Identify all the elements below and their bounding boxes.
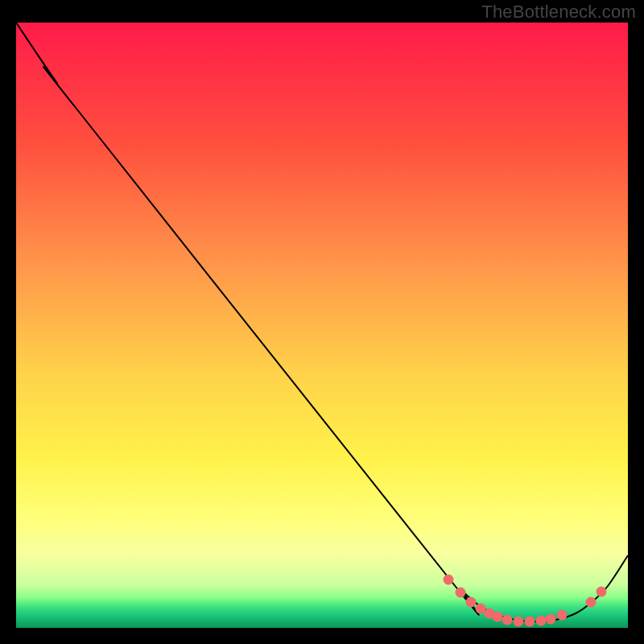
data-marker bbox=[502, 615, 513, 625]
data-marker bbox=[444, 575, 454, 585]
data-marker bbox=[557, 610, 568, 621]
chart-stage: TheBottleneck.com bbox=[0, 0, 644, 644]
data-marker bbox=[525, 617, 535, 627]
data-marker bbox=[493, 612, 503, 622]
data-marker bbox=[536, 616, 547, 626]
data-marker bbox=[456, 588, 466, 598]
plot-area bbox=[16, 23, 628, 628]
watermark-text: TheBottleneck.com bbox=[481, 2, 636, 23]
data-marker bbox=[476, 604, 486, 614]
data-marker bbox=[546, 614, 556, 625]
bottleneck-chart bbox=[0, 0, 644, 644]
data-marker bbox=[597, 587, 607, 597]
data-marker bbox=[586, 597, 597, 608]
data-marker bbox=[466, 597, 477, 608]
data-marker bbox=[514, 617, 524, 627]
